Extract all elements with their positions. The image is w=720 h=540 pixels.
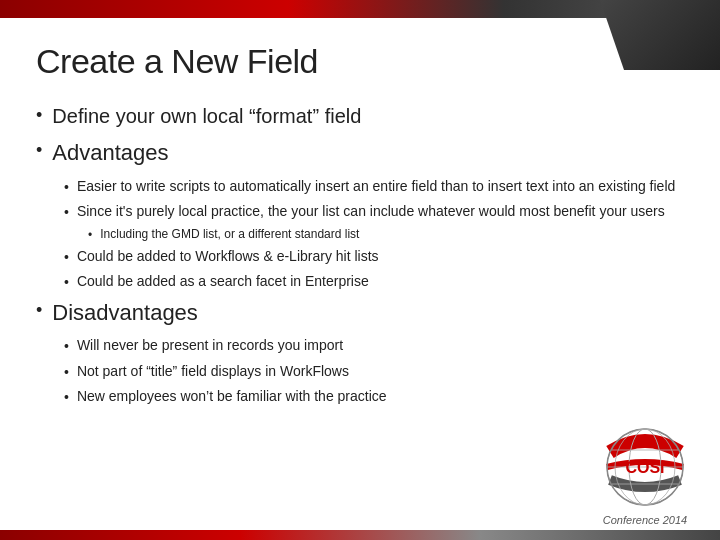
adv-sub-2-dot: • bbox=[64, 204, 69, 220]
bullet-3: • Disadvantages bbox=[36, 298, 684, 328]
adv-sub-3-text: Could be added to Workflows & e-Library … bbox=[77, 246, 379, 266]
bottom-bar bbox=[0, 530, 720, 540]
adv-subsub-1-text: Including the GMD list, or a different s… bbox=[100, 226, 359, 243]
disadv-sub-3-text: New employees won’t be familiar with the… bbox=[77, 386, 387, 406]
adv-sub-2-text: Since it's purely local practice, the yo… bbox=[77, 201, 665, 221]
logo-area: COSI Conference 2014 bbox=[600, 422, 690, 526]
disadvantages-subbullets: • Will never be present in records you i… bbox=[64, 335, 684, 406]
bullet-2: • Advantages bbox=[36, 138, 684, 168]
adv-sub-1-text: Easier to write scripts to automatically… bbox=[77, 176, 675, 196]
bullet-3-dot: • bbox=[36, 300, 42, 321]
adv-sub-1-dot: • bbox=[64, 179, 69, 195]
disadv-sub-2-text: Not part of “title” field displays in Wo… bbox=[77, 361, 349, 381]
adv-sub-1: • Easier to write scripts to automatical… bbox=[64, 176, 684, 196]
disadv-sub-1-text: Will never be present in records you imp… bbox=[77, 335, 343, 355]
adv-sub-4: • Could be added as a search facet in En… bbox=[64, 271, 684, 291]
conference-label: Conference 2014 bbox=[603, 514, 687, 526]
disadv-sub-3-dot: • bbox=[64, 389, 69, 405]
bullet-2-text: Advantages bbox=[52, 138, 168, 168]
advantages-subbullets: • Easier to write scripts to automatical… bbox=[64, 176, 684, 292]
bullet-1-text: Define your own local “format” field bbox=[52, 103, 361, 130]
adv-subsub-1-dot: • bbox=[88, 228, 92, 242]
disadv-sub-2-dot: • bbox=[64, 364, 69, 380]
adv-sub-2: • Since it's purely local practice, the … bbox=[64, 201, 684, 221]
bullet-1: • Define your own local “format” field bbox=[36, 103, 684, 130]
page-title: Create a New Field bbox=[36, 42, 684, 81]
bullet-2-dot: • bbox=[36, 140, 42, 161]
adv-sub-3: • Could be added to Workflows & e-Librar… bbox=[64, 246, 684, 266]
disadv-sub-2: • Not part of “title” field displays in … bbox=[64, 361, 684, 381]
disadv-sub-1-dot: • bbox=[64, 338, 69, 354]
cosi-logo-svg: COSI bbox=[600, 422, 690, 512]
svg-text:COSI: COSI bbox=[625, 459, 664, 476]
disadv-sub-1: • Will never be present in records you i… bbox=[64, 335, 684, 355]
adv-sub-3-dot: • bbox=[64, 249, 69, 265]
adv-sub-4-text: Could be added as a search facet in Ente… bbox=[77, 271, 369, 291]
adv-sub-4-dot: • bbox=[64, 274, 69, 290]
adv-subsub-1: • Including the GMD list, or a different… bbox=[88, 226, 684, 243]
disadv-sub-3: • New employees won’t be familiar with t… bbox=[64, 386, 684, 406]
bullet-1-dot: • bbox=[36, 105, 42, 126]
bullet-3-text: Disadvantages bbox=[52, 298, 198, 328]
